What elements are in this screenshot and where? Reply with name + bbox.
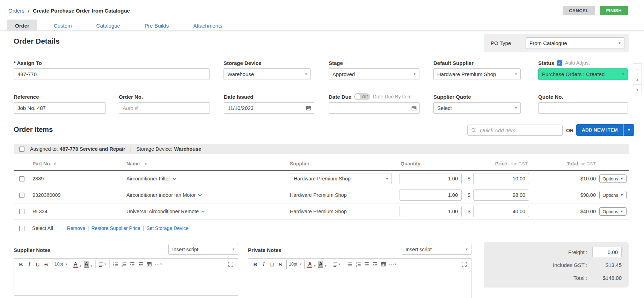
table-button[interactable] xyxy=(380,260,387,269)
row-checkbox[interactable] xyxy=(19,193,24,198)
bulk-action-set-storage-device[interactable]: Set Storage Device xyxy=(146,225,189,231)
chevron-down-icon[interactable] xyxy=(173,178,176,180)
assign-to-input[interactable] xyxy=(14,68,210,80)
italic-button[interactable]: I xyxy=(260,260,268,269)
supplier-insert-script-select[interactable]: Insert script ▾ xyxy=(168,244,238,255)
freight-input[interactable] xyxy=(592,247,622,257)
strikethrough-button[interactable]: S xyxy=(42,260,50,269)
top-actions: CANCEL FINISH xyxy=(563,6,628,15)
highlight-color-button[interactable]: A▼ xyxy=(84,261,93,268)
item-name-link[interactable]: Universal Airconditioner Remote xyxy=(126,209,199,214)
outdent-button[interactable] xyxy=(371,260,379,269)
font-size-select[interactable]: 10pt▼ xyxy=(286,260,305,269)
row-supplier-select[interactable]: Hardware Premium Shop ▾ xyxy=(290,173,392,184)
numbered-list-button[interactable]: 12 xyxy=(354,260,362,269)
fullscreen-button[interactable] xyxy=(460,260,468,269)
order-no-input[interactable] xyxy=(119,102,210,114)
bulk-action-restore-supplier-price[interactable]: Restore Supplier Price xyxy=(91,225,140,231)
calendar-icon[interactable] xyxy=(411,105,417,111)
indent-button[interactable] xyxy=(129,260,136,269)
order-items-heading: Order Items xyxy=(14,126,53,134)
auto-adjust-checkbox[interactable]: ✓ xyxy=(557,60,562,66)
date-due-toggle[interactable]: Off xyxy=(354,93,370,100)
chevron-down-icon[interactable] xyxy=(201,210,205,213)
align-button[interactable]: ▼ xyxy=(98,260,107,269)
storage-device-select[interactable]: Warehouse ▾ xyxy=(224,68,311,80)
underline-button[interactable]: U xyxy=(34,260,42,269)
tab-attachments[interactable]: Attachments xyxy=(185,20,230,31)
options-button[interactable]: Options ▼ xyxy=(599,207,627,216)
underline-button[interactable]: U xyxy=(268,260,276,269)
tab-custom[interactable]: Custom xyxy=(46,20,80,31)
calendar-icon[interactable] xyxy=(306,105,311,111)
group-checkbox[interactable] xyxy=(19,147,24,152)
scroll-track-dash[interactable]: — xyxy=(633,64,642,74)
reference-input[interactable] xyxy=(14,102,106,114)
font-size-select[interactable]: 10pt▼ xyxy=(52,260,70,269)
quantity-input[interactable] xyxy=(400,173,462,184)
outdent-button[interactable] xyxy=(137,260,145,269)
bulk-separator: | xyxy=(143,225,144,231)
more-tools-button[interactable]: ⋯▼ xyxy=(154,260,163,269)
options-label: Options xyxy=(602,193,618,198)
add-new-item-dropdown[interactable]: ▼ xyxy=(623,124,634,136)
tab-pre-builds[interactable]: Pre-Builds xyxy=(137,20,176,31)
add-new-item-button[interactable]: ADD NEW ITEM ▼ xyxy=(576,124,634,136)
quick-add-input[interactable] xyxy=(479,127,559,134)
quantity-input[interactable] xyxy=(400,206,462,217)
price-input[interactable] xyxy=(473,206,529,217)
quantity-input[interactable] xyxy=(400,189,462,201)
tab-order[interactable]: Order xyxy=(7,20,37,31)
bold-button[interactable]: B xyxy=(251,260,259,269)
supplier-notes-textarea[interactable] xyxy=(14,270,238,296)
default-supplier-select[interactable]: Hardware Premium Shop ▾ xyxy=(433,68,521,80)
more-tools-button[interactable]: ⋯▼ xyxy=(388,260,397,269)
caret-down-icon: ▼ xyxy=(338,263,341,266)
breadcrumb-orders-link[interactable]: Orders xyxy=(8,8,24,14)
stage-select[interactable]: Approved ▾ xyxy=(329,68,419,80)
text-color-button[interactable]: A▼ xyxy=(73,261,82,268)
bulk-action-remove[interactable]: Remove xyxy=(67,225,85,231)
price-cell: $ xyxy=(464,189,531,201)
bullet-list-button[interactable] xyxy=(112,260,119,269)
scroll-down-icon[interactable]: ▼ xyxy=(633,85,642,95)
date-due-input[interactable] xyxy=(329,102,420,114)
tab-catalogue[interactable]: Catalogue xyxy=(89,20,128,31)
bullet-list-button[interactable] xyxy=(346,260,354,269)
select-all-checkbox[interactable] xyxy=(19,226,24,231)
supplier-quote-select[interactable]: Select ▾ xyxy=(433,102,521,114)
caret-down-icon: ▼ xyxy=(65,263,68,266)
price-input[interactable] xyxy=(473,189,529,201)
item-name-link[interactable]: Airconditioner Filter xyxy=(126,176,170,181)
finish-button[interactable]: FINISH xyxy=(600,6,628,15)
options-button[interactable]: Options ▼ xyxy=(599,191,627,199)
quote-no-input[interactable] xyxy=(538,102,628,114)
private-notes-textarea[interactable] xyxy=(248,270,471,298)
indent-icon xyxy=(130,262,135,267)
private-insert-script-select[interactable]: Insert script ▾ xyxy=(402,244,471,255)
scroll-up-icon[interactable]: ▲ xyxy=(633,74,642,85)
options-button[interactable]: Options ▼ xyxy=(599,174,627,183)
highlight-color-button[interactable]: A▼ xyxy=(318,261,327,268)
table-button[interactable] xyxy=(145,260,153,269)
align-button[interactable]: ▼ xyxy=(332,260,342,269)
supplier-quote-value: Select xyxy=(437,105,452,111)
date-issued-input[interactable] xyxy=(224,102,314,114)
strikethrough-button[interactable]: S xyxy=(277,260,284,269)
row-checkbox[interactable] xyxy=(19,209,24,214)
column-name[interactable]: Name▼ xyxy=(113,161,286,166)
column-part-no[interactable]: Part No.▼ xyxy=(29,161,113,166)
text-color-button[interactable]: A▼ xyxy=(307,261,316,268)
po-type-select[interactable]: From Catalogue ▾ xyxy=(526,37,624,49)
fullscreen-button[interactable] xyxy=(227,260,235,269)
item-name-link[interactable]: Airconditioner indoor fan Motor xyxy=(126,192,196,198)
status-select[interactable]: Purchase Orders : Created ▾ xyxy=(538,68,628,80)
italic-button[interactable]: I xyxy=(25,260,33,269)
bold-button[interactable]: B xyxy=(17,260,25,269)
numbered-list-button[interactable]: 12 xyxy=(120,260,128,269)
price-input[interactable] xyxy=(473,173,529,184)
row-checkbox[interactable] xyxy=(19,176,24,181)
indent-button[interactable] xyxy=(363,260,371,269)
chevron-down-icon[interactable] xyxy=(198,194,202,196)
cancel-button[interactable]: CANCEL xyxy=(563,6,595,15)
